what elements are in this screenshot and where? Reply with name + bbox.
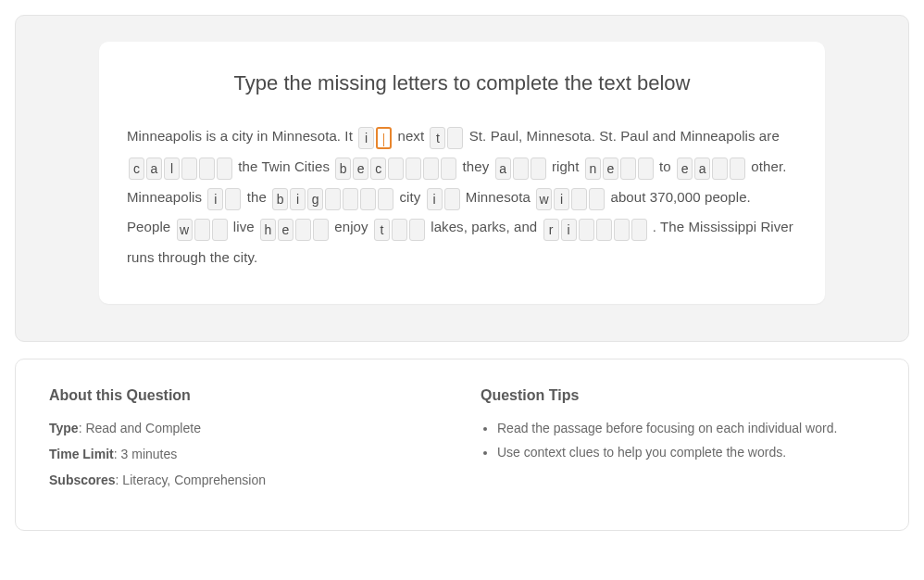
letter-cell[interactable] — [423, 158, 439, 180]
letter-cell[interactable] — [212, 219, 228, 241]
letter-cell[interactable]: n — [585, 158, 601, 180]
letter-cell[interactable] — [631, 219, 647, 241]
fill-word[interactable]: ne — [584, 153, 655, 183]
letter-cell[interactable] — [388, 158, 404, 180]
fill-word[interactable]: t — [373, 214, 426, 244]
passage-text: city — [395, 189, 424, 205]
meta-time-label: Time Limit — [49, 447, 114, 461]
passage-text: St. Paul, Minnesota. St. Paul and Minnea… — [465, 128, 779, 144]
letter-cell[interactable]: i — [207, 188, 223, 210]
meta-subscores-label: Subscores — [49, 473, 116, 487]
letter-cell[interactable] — [730, 158, 745, 180]
tips-section: Question Tips Read the passage before fo… — [481, 387, 875, 498]
fill-word[interactable]: bec — [334, 153, 457, 183]
exercise-instruction: Type the missing letters to complete the… — [127, 71, 797, 95]
tips-title: Question Tips — [481, 387, 875, 404]
letter-cell[interactable]: e — [278, 219, 293, 241]
letter-cell[interactable] — [225, 188, 241, 210]
letter-cell[interactable] — [313, 219, 329, 241]
letter-cell[interactable]: c — [370, 158, 386, 180]
letter-cell[interactable]: b — [335, 158, 351, 180]
passage-text: Minnesota — [462, 189, 535, 205]
letter-cell[interactable]: i — [554, 188, 569, 210]
letter-cell[interactable]: w — [177, 219, 193, 241]
passage-text: they — [458, 158, 493, 174]
letter-cell[interactable]: l — [164, 158, 180, 180]
letter-cell[interactable] — [378, 188, 393, 210]
passage-text: to — [656, 158, 675, 174]
letter-cell[interactable] — [620, 158, 636, 180]
fill-word[interactable]: a — [494, 153, 547, 183]
letter-cell[interactable] — [360, 188, 376, 210]
letter-cell[interactable] — [638, 158, 654, 180]
letter-cell[interactable]: w — [536, 188, 552, 210]
meta-type: Type: Read and Complete — [49, 421, 443, 435]
letter-cell[interactable] — [441, 158, 456, 180]
letter-cell[interactable] — [392, 219, 407, 241]
letter-cell[interactable] — [217, 158, 232, 180]
fill-word[interactable]: ri — [543, 214, 648, 244]
fill-word[interactable]: wi — [535, 183, 606, 213]
letter-cell[interactable]: c — [129, 158, 144, 180]
letter-cell[interactable]: e — [603, 158, 618, 180]
meta-subscores-value: : Literacy, Comprehension — [116, 473, 266, 487]
letter-cell[interactable]: i — [290, 188, 306, 210]
passage-text: the — [243, 189, 270, 205]
letter-cell[interactable]: b — [272, 188, 288, 210]
letter-cell-active[interactable] — [376, 127, 392, 149]
letter-cell[interactable]: g — [307, 188, 323, 210]
exercise-panel: Type the missing letters to complete the… — [15, 15, 909, 342]
letter-cell[interactable] — [181, 158, 197, 180]
letter-cell[interactable]: i — [427, 188, 443, 210]
fill-word[interactable]: w — [176, 214, 229, 244]
letter-cell[interactable] — [614, 219, 630, 241]
exercise-passage: Minneapolis is a city in Minnesota. It i… — [127, 121, 797, 272]
letter-cell[interactable]: a — [146, 158, 162, 180]
letter-cell[interactable]: i — [358, 127, 374, 149]
tip-item: Read the passage before focusing on each… — [497, 421, 875, 435]
letter-cell[interactable] — [712, 158, 728, 180]
tip-item: Use context clues to help you complete t… — [497, 445, 875, 460]
meta-type-value: : Read and Complete — [79, 421, 201, 435]
fill-word[interactable]: he — [259, 214, 330, 244]
letter-cell[interactable]: t — [430, 127, 445, 149]
letter-cell[interactable] — [343, 188, 358, 210]
fill-word[interactable]: i — [357, 122, 393, 152]
letter-cell[interactable]: i — [561, 219, 577, 241]
letter-cell[interactable] — [406, 158, 421, 180]
fill-word[interactable]: cal — [128, 153, 233, 183]
fill-word[interactable]: i — [206, 183, 242, 213]
passage-text: the Twin Cities — [234, 158, 333, 174]
letter-cell[interactable]: a — [495, 158, 511, 180]
letter-cell[interactable] — [571, 188, 587, 210]
letter-cell[interactable]: e — [353, 158, 368, 180]
letter-cell[interactable] — [513, 158, 529, 180]
fill-word[interactable]: big — [271, 183, 394, 213]
letter-cell[interactable] — [531, 158, 546, 180]
passage-text: next — [393, 128, 428, 144]
letter-cell[interactable] — [325, 188, 341, 210]
fill-word[interactable]: ea — [676, 153, 746, 183]
meta-time: Time Limit: 3 minutes — [49, 447, 443, 461]
letter-cell[interactable] — [444, 188, 460, 210]
letter-cell[interactable] — [409, 219, 425, 241]
letter-cell[interactable] — [194, 219, 210, 241]
letter-cell[interactable]: h — [260, 219, 276, 241]
letter-cell[interactable] — [447, 127, 463, 149]
letter-cell[interactable] — [589, 188, 605, 210]
letter-cell[interactable]: t — [374, 219, 390, 241]
letter-cell[interactable] — [579, 219, 594, 241]
fill-word[interactable]: i — [426, 183, 461, 213]
meta-type-label: Type — [49, 421, 79, 435]
letter-cell[interactable] — [295, 219, 311, 241]
letter-cell[interactable] — [199, 158, 215, 180]
fill-word[interactable]: t — [429, 122, 464, 152]
passage-text: lakes, parks, and — [427, 219, 542, 234]
info-panel: About this Question Type: Read and Compl… — [15, 359, 909, 531]
letter-cell[interactable]: e — [677, 158, 693, 180]
letter-cell[interactable] — [596, 219, 612, 241]
letter-cell[interactable]: a — [694, 158, 710, 180]
about-title: About this Question — [49, 387, 443, 404]
letter-cell[interactable]: r — [543, 219, 559, 241]
about-section: About this Question Type: Read and Compl… — [49, 387, 443, 498]
